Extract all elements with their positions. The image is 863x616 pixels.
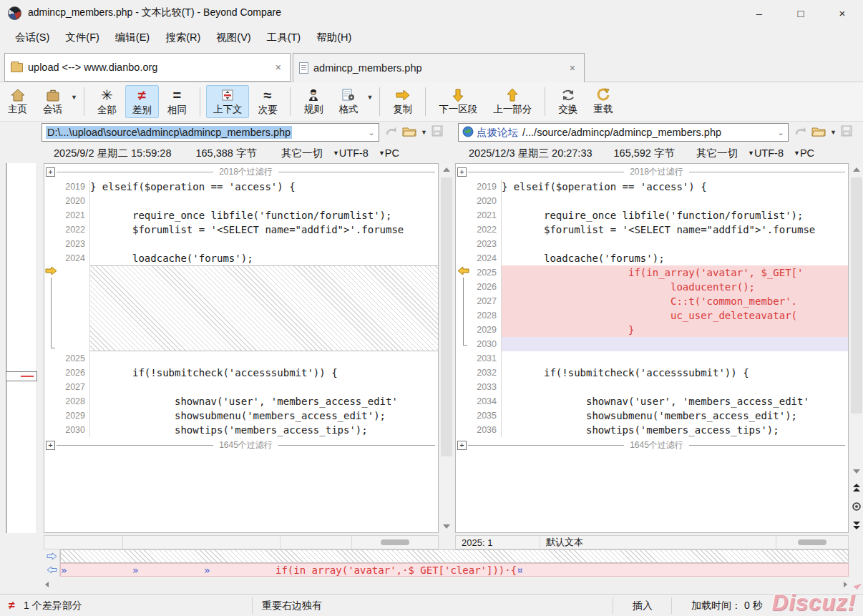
code-line[interactable]: 2031 [456,351,848,366]
right-filter-dropdown-icon[interactable]: ▼ [748,150,754,157]
show-all-button[interactable]: ✳ 全部 [90,85,124,118]
code-line[interactable]: 2020 [44,194,438,208]
expand-plus-icon[interactable]: + [46,167,55,177]
code-line[interactable]: 2024 loadcache('forums'); [44,251,438,265]
format-dropdown-icon[interactable]: ▼ [366,94,373,101]
scroll-up-icon[interactable] [850,163,863,176]
show-differences-button[interactable]: ≠ 差别 [125,85,159,118]
menu-edit[interactable]: 编辑(E) [107,27,157,48]
code-line[interactable]: 2023 [456,237,848,251]
code-line[interactable]: 2033 [456,380,848,394]
code-line[interactable]: 2025 if(in_array('avatar', $_GET[' [456,265,848,280]
code-line[interactable]: 2026 loaducenter(); [456,280,848,294]
overview-viewport[interactable] [6,371,37,381]
left-scrollbar-thumb[interactable] [441,177,452,456]
maximize-button[interactable]: □ [780,0,821,26]
copy-button[interactable]: 复制 [386,85,419,118]
menu-view[interactable]: 视图(V) [208,27,258,48]
code-line[interactable]: 2024 loadcache('forums'); [456,251,848,265]
code-line[interactable]: 2035 showsubmenu('members_access_edit'); [456,409,848,423]
left-path-dropdown-icon[interactable]: ⌄ [366,128,377,137]
left-encoding-select[interactable]: UTF-8 [339,147,369,159]
session-button[interactable]: 会话 [36,85,69,118]
context-button[interactable]: 上下文 [206,85,250,118]
expand-plus-icon[interactable]: + [457,167,467,177]
expand-plus-icon[interactable]: + [46,441,55,450]
session-dropdown-icon[interactable]: ▼ [71,94,77,101]
right-code-pane[interactable]: + 2018个过滤行 2019} elseif($operation == 'a… [455,163,849,533]
code-line[interactable]: 2030 [456,337,848,351]
code-line[interactable]: 2019} elseif($operation == 'access') { [456,180,848,194]
rules-button[interactable]: 规则 [296,85,330,118]
menu-help[interactable]: 帮助(H) [308,27,359,48]
prev-diff-button[interactable] [850,481,863,495]
next-diff-button[interactable] [850,518,863,532]
right-encoding-dropdown-icon[interactable]: ▼ [794,150,800,157]
expand-plus-icon[interactable]: + [457,441,467,450]
right-line-ending[interactable]: PC [800,147,814,159]
code-line[interactable]: 2034 shownav('user', 'members_access_edi… [456,394,848,409]
show-same-button[interactable]: = 相同 [160,85,194,118]
code-line[interactable]: 2029 showsubmenu('members_access_edit'); [44,409,438,423]
tab-close-icon[interactable]: × [273,62,284,73]
left-code-pane[interactable]: + 2018个过滤行 2019} elseif($operation == 'a… [44,163,439,533]
tab-session-folder[interactable]: upload <--> www.dianbo.org × [4,53,291,82]
left-hscroll-thumb[interactable] [381,539,409,545]
right-hscroll-thumb[interactable] [798,539,827,545]
detail-right-arrow-icon[interactable] [44,549,60,563]
menu-tools[interactable]: 工具(T) [259,27,309,48]
code-line[interactable]: 2022 $forumlist = '<SELECT name="addfid"… [44,223,438,237]
code-line[interactable]: 2030 showtips('members_access_tips'); [44,423,438,437]
code-line[interactable]: 2027 [44,380,438,394]
code-line[interactable]: 2019} elseif($operation == 'access') { [44,180,438,194]
scroll-down-icon[interactable] [440,520,453,533]
code-line[interactable]: 2020 [456,194,848,208]
code-line[interactable]: 2025 [44,351,438,366]
right-encoding-select[interactable]: UTF-8 [754,147,784,159]
detail-horizontal-scrollbar[interactable] [44,580,849,590]
format-button[interactable]: 格式 [331,85,365,118]
tab-close-icon[interactable]: × [567,62,578,74]
code-line[interactable]: 2032 if(!submitcheck('accesssubmit')) { [456,366,848,380]
close-button[interactable]: × [821,0,863,26]
left-browse-dropdown-icon[interactable]: ▼ [421,129,427,136]
detail-scroll-right-icon[interactable] [844,582,847,587]
code-line[interactable]: 2022 $forumlist = '<SELECT name="addfid"… [456,223,848,237]
left-vertical-scrollbar[interactable] [440,163,453,533]
prev-part-button[interactable]: 上一部分 [486,85,539,118]
minor-button[interactable]: ≈ 次要 [250,85,284,118]
home-button[interactable]: 主页 [1,85,34,118]
next-section-button[interactable]: 下一区段 [432,85,484,118]
detail-left-arrow-icon[interactable] [44,563,60,577]
overview-strip[interactable] [6,163,36,533]
code-line[interactable]: 2026 if(!submitcheck('accesssubmit')) { [44,366,438,380]
reload-button[interactable]: 重载 [586,85,620,118]
right-browse-folder-icon[interactable] [811,125,826,140]
left-filter-select[interactable]: 其它一切 [281,147,323,160]
right-path-input[interactable]: 点拨论坛 /.../source/admincp/admincp_members… [458,123,789,142]
swap-button[interactable]: 交换 [551,85,585,118]
right-scrollbar-thumb[interactable] [851,177,862,414]
left-browse-folder-icon[interactable] [402,125,416,140]
minimize-button[interactable]: – [738,0,780,26]
menu-file[interactable]: 文件(F) [57,27,107,48]
code-line[interactable]: 2027 C::t('common_member'. [456,294,848,308]
right-horizontal-scrollbar[interactable] [776,536,848,549]
right-redo-icon[interactable] [794,125,807,140]
right-vertical-scrollbar[interactable] [850,163,863,478]
right-filter-select[interactable]: 其它一切 [696,147,738,160]
code-line[interactable]: 2028 uc_user_deleteavatar( [456,308,848,323]
left-line-ending[interactable]: PC [385,147,399,159]
right-diff-marker-arrow-icon[interactable] [457,266,469,275]
scroll-up-icon[interactable] [440,163,453,176]
code-line[interactable]: 2036 showtips('members_access_tips'); [456,423,848,437]
left-horizontal-scrollbar[interactable] [352,536,438,549]
left-redo-icon[interactable] [385,125,398,140]
current-diff-button[interactable] [850,499,863,514]
tab-file-compare[interactable]: admincp_members.php × [293,53,585,82]
code-line[interactable]: 2023 [44,237,438,251]
code-line[interactable]: 2029 } [456,323,848,337]
code-line[interactable]: 2021 require_once libfile('function/foru… [456,208,848,223]
scroll-down-icon[interactable] [850,465,863,478]
code-line[interactable]: 2021 require_once libfile('function/foru… [44,208,438,223]
